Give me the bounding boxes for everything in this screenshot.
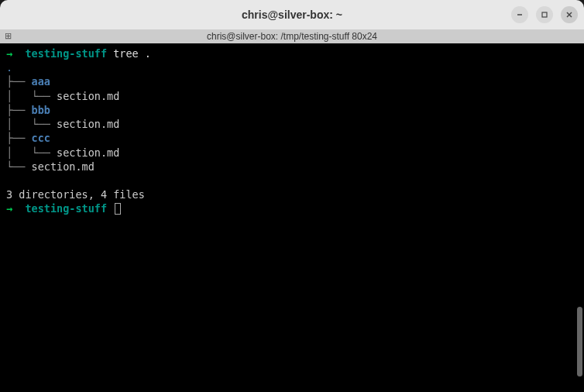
tree-dir: aaa [32,75,50,88]
tree-summary: 3 directories, 4 files [6,188,145,201]
scrollbar[interactable] [577,307,582,377]
prompt-arrow: → [6,47,12,60]
window-title: chris@silver-box: ~ [242,9,342,21]
svg-rect-1 [542,12,547,17]
maximize-button[interactable] [536,6,553,23]
minimize-button[interactable] [511,6,528,23]
tree-file: section.md [32,160,94,173]
tree-file: section.md [57,118,119,130]
prompt2-dir: testing-stuff [25,202,107,215]
tree-root: . [6,61,12,74]
tree-file: section.md [57,146,119,159]
tree-body: ├── aaa │ └── section.md ├── bbb │ └── s… [6,75,119,172]
tab-bar: ⊞ chris@silver-box: /tmp/testing-stuff 8… [0,29,584,43]
tree-dir: ccc [32,132,50,144]
tree-dir: bbb [32,104,50,116]
prompt-dir: testing-stuff [25,47,107,60]
pane-icon: ⊞ [5,31,12,41]
window-controls [511,6,578,23]
close-button[interactable] [561,6,578,23]
terminal-output[interactable]: → testing-stuff tree . . ├── aaa │ └── s… [0,43,584,392]
prompt2-arrow: → [6,202,12,215]
command-text: tree . [113,47,151,60]
tree-file: section.md [57,90,119,102]
tab-title: chris@silver-box: /tmp/testing-stuff 80x… [207,31,377,42]
cursor [115,203,121,215]
titlebar: chris@silver-box: ~ [0,0,584,29]
